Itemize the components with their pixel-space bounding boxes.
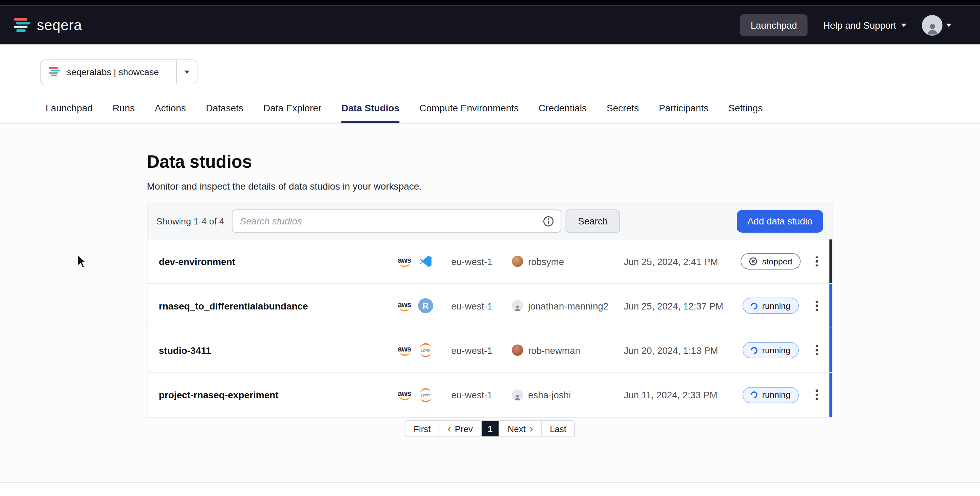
pagination-last-button[interactable]: Last (542, 421, 574, 437)
studio-name-link[interactable]: dev-environment (148, 256, 396, 267)
aws-icon: aws (396, 344, 412, 355)
studio-name-link[interactable]: studio-3411 (148, 344, 396, 355)
chevron-down-icon (946, 24, 951, 27)
workspace-dropdown-button[interactable] (177, 60, 197, 84)
pagination-next-button[interactable]: Next › (500, 421, 542, 437)
aws-icon: aws (396, 389, 412, 400)
avatar (512, 389, 523, 400)
row-menu-button[interactable] (811, 297, 823, 315)
stopped-circle-x-icon (749, 257, 758, 266)
workspace-org-icon (48, 66, 61, 78)
tab-participants[interactable]: Participants (659, 94, 708, 123)
avatar (922, 15, 942, 35)
workspace-selector[interactable]: seqeralabs | showcase (40, 59, 198, 85)
tab-data-explorer[interactable]: Data Explorer (263, 94, 321, 123)
search-button[interactable]: Search (565, 209, 620, 233)
chevron-right-icon: › (529, 423, 533, 434)
pagination-next-label: Next (508, 424, 526, 434)
status-badge: stopped (741, 253, 800, 270)
status-label: running (762, 301, 790, 310)
tab-runs[interactable]: Runs (113, 94, 135, 123)
tab-compute-environments[interactable]: Compute Environments (419, 94, 518, 123)
pagination-prev-button[interactable]: ‹ Prev (439, 421, 482, 437)
table-row[interactable]: project-rnaseq-experiment aws jupyter eu… (148, 373, 832, 417)
created-date: Jun 11, 2024, 2:33 PM (624, 389, 740, 400)
created-date: Jun 20, 2024, 1:13 PM (624, 344, 740, 355)
username: robsyme (528, 256, 564, 267)
help-and-support-menu[interactable]: Help and Support (823, 20, 906, 30)
avatar (512, 344, 523, 356)
launchpad-button[interactable]: Launchpad (740, 14, 808, 36)
add-data-studio-button[interactable]: Add data studio (737, 210, 823, 232)
page-title: Data studios (147, 152, 252, 172)
status-badge: running (743, 387, 798, 403)
chevron-down-icon (185, 70, 189, 73)
pagination: First ‹ Prev 1 Next › Last (405, 420, 575, 437)
workspace-selector-main: seqeralabs | showcase (41, 60, 177, 84)
info-icon[interactable] (542, 215, 554, 227)
page-footer (0, 482, 980, 496)
row-menu-button[interactable] (811, 252, 823, 271)
status-cell: running (739, 387, 802, 403)
pagination-first-button[interactable]: First (406, 421, 439, 437)
studio-platform-icons: aws R (396, 298, 451, 313)
status-cell: stopped (739, 253, 802, 270)
seqera-app: seqera Launchpad Help and Support (0, 0, 980, 496)
tab-data-studios[interactable]: Data Studios (342, 94, 399, 123)
seqera-logo: seqera (13, 17, 82, 33)
aws-icon: aws (396, 300, 412, 311)
tab-secrets[interactable]: Secrets (607, 94, 639, 123)
rstudio-icon: R (418, 298, 433, 313)
row-menu-button[interactable] (811, 341, 823, 359)
search-group: Search (232, 209, 620, 233)
region-label: eu-west-1 (452, 389, 512, 400)
data-studios-panel: Showing 1-4 of 4 Search (147, 203, 832, 418)
seqera-logo-icon (13, 17, 32, 33)
tab-datasets[interactable]: Datasets (206, 94, 243, 123)
studio-owner: rob-newman (512, 344, 624, 356)
page-subtitle: Monitor and inspect the details of data … (147, 181, 422, 191)
main-content: Data studios Monitor and inspect the det… (0, 124, 980, 482)
screen: seqera Launchpad Help and Support (0, 0, 980, 496)
username: jonathan-manning2 (528, 300, 608, 311)
status-cell: running (739, 298, 802, 314)
brand-wordmark: seqera (37, 17, 82, 33)
window-top-strip (0, 0, 980, 5)
user-menu[interactable] (922, 15, 951, 35)
region-label: eu-west-1 (452, 300, 512, 311)
status-badge: running (743, 298, 798, 314)
pagination-prev-label: Prev (455, 424, 473, 434)
chevron-down-icon (901, 24, 906, 27)
search-field-wrap (232, 209, 562, 233)
tab-credentials[interactable]: Credentials (538, 94, 587, 123)
status-label: stopped (762, 257, 792, 266)
status-cell: running (739, 342, 802, 358)
aws-icon: aws (396, 256, 412, 267)
avatar (512, 256, 523, 267)
jupyter-icon: jupyter (418, 343, 433, 358)
status-label: running (762, 345, 790, 354)
vscode-icon (418, 254, 433, 269)
tab-launchpad[interactable]: Launchpad (46, 94, 93, 123)
status-badge: running (743, 342, 798, 358)
search-input[interactable] (232, 209, 562, 233)
username: esha-joshi (528, 389, 571, 400)
studio-platform-icons: aws jupyter (396, 388, 451, 402)
tab-settings[interactable]: Settings (728, 94, 762, 123)
running-spinner-icon (749, 301, 759, 311)
pagination-page-1-button[interactable]: 1 (482, 421, 500, 437)
person-icon (514, 305, 522, 311)
studio-name-link[interactable]: project-rnaseq-experiment (148, 389, 396, 400)
row-menu-button[interactable] (811, 386, 823, 404)
person-icon (925, 22, 940, 35)
studio-owner: jonathan-manning2 (512, 300, 624, 311)
running-spinner-icon (749, 345, 759, 355)
pagination-first-label: First (414, 424, 431, 434)
tab-actions[interactable]: Actions (155, 94, 186, 123)
studio-name-link[interactable]: rnaseq_to_differentialabundance (148, 300, 396, 311)
table-row[interactable]: dev-environment aws eu-west-1 robsyme (148, 239, 832, 284)
row-menu-cell (802, 341, 832, 359)
table-row[interactable]: studio-3411 aws jupyter eu-west-1 rob-ne… (148, 328, 832, 373)
workspace-tabs: Launchpad Runs Actions Datasets Data Exp… (0, 94, 980, 124)
table-row[interactable]: rnaseq_to_differentialabundance aws R eu… (148, 284, 832, 328)
